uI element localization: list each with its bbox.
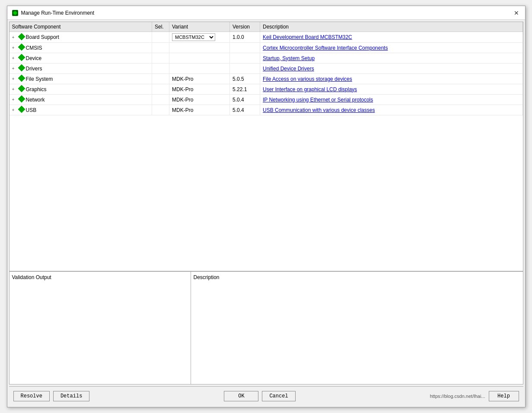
description-link[interactable]: USB Communication with various device cl… — [263, 107, 375, 113]
table-row: +CMSISCortex Microcontroller Software In… — [10, 43, 523, 53]
component-icon — [18, 65, 25, 72]
table-header-row: Software Component Sel. Variant Version … — [10, 22, 523, 32]
col-header-variant: Variant — [169, 22, 230, 32]
footer-url: https://blog.csdn.net/lhai... — [430, 394, 485, 399]
details-button[interactable]: Details — [53, 391, 89, 401]
col-header-description: Description — [260, 22, 523, 32]
help-button[interactable]: Help — [489, 391, 519, 401]
validation-label: Validation Output — [12, 274, 188, 280]
component-table: Software Component Sel. Variant Version … — [10, 22, 523, 115]
upper-panel: Software Component Sel. Variant Version … — [10, 22, 523, 272]
version-cell: 5.0.4 — [230, 105, 260, 115]
component-icon — [18, 34, 25, 41]
sel-cell — [152, 43, 169, 53]
description-cell[interactable]: Startup, System Setup — [260, 53, 523, 64]
description-cell[interactable]: File Access on various storage devices — [260, 74, 523, 84]
sel-cell — [152, 32, 169, 43]
description-cell[interactable]: Cortex Microcontroller Software Interfac… — [260, 43, 523, 53]
sel-cell — [152, 105, 169, 115]
expand-icon[interactable]: + — [12, 97, 17, 102]
variant-dropdown[interactable]: MCBSTM32C — [172, 33, 215, 41]
description-link[interactable]: User Interface on graphical LCD displays — [263, 86, 357, 92]
app-icon — [12, 10, 19, 16]
description-cell[interactable]: Unified Device Drivers — [260, 64, 523, 74]
description-link[interactable]: File Access on various storage devices — [263, 76, 352, 82]
component-name: Network — [26, 97, 45, 103]
description-link[interactable]: Startup, System Setup — [263, 55, 315, 61]
component-name: USB — [26, 107, 37, 113]
resolve-button[interactable]: Resolve — [13, 391, 50, 401]
version-cell — [230, 43, 260, 53]
sel-cell — [152, 74, 169, 84]
variant-cell: MCBSTM32C — [169, 32, 230, 43]
sel-cell — [152, 53, 169, 64]
description-link[interactable]: Keil Development Board MCBSTM32C — [263, 34, 352, 40]
variant-cell: MDK-Pro — [169, 84, 230, 95]
lower-panel: Validation Output Description — [10, 272, 523, 384]
component-icon — [18, 106, 25, 114]
component-name: Graphics — [26, 86, 47, 92]
version-cell: 5.22.1 — [230, 84, 260, 95]
title-bar: Manage Run-Time Environment ✕ — [7, 6, 525, 20]
description-link[interactable]: Unified Device Drivers — [263, 66, 314, 72]
component-icon — [18, 96, 25, 103]
description-panel: Description — [191, 272, 523, 384]
description-cell[interactable]: Keil Development Board MCBSTM32C — [260, 32, 523, 43]
footer-right: https://blog.csdn.net/lhai... Help — [430, 391, 519, 401]
description-link[interactable]: Cortex Microcontroller Software Interfac… — [263, 45, 388, 51]
version-cell: 5.0.5 — [230, 74, 260, 84]
description-link[interactable]: IP Networking using Ethernet or Serial p… — [263, 97, 373, 103]
expand-icon[interactable]: + — [12, 87, 17, 92]
description-cell[interactable]: USB Communication with various device cl… — [260, 105, 523, 115]
table-row: +NetworkMDK-Pro5.0.4IP Networking using … — [10, 95, 523, 105]
version-cell — [230, 64, 260, 74]
expand-icon[interactable]: + — [12, 56, 17, 60]
expand-icon[interactable]: + — [12, 76, 17, 81]
table-row: +DeviceStartup, System Setup — [10, 53, 523, 64]
sel-cell — [152, 95, 169, 105]
component-name: Device — [26, 55, 42, 61]
description-cell[interactable]: IP Networking using Ethernet or Serial p… — [260, 95, 523, 105]
table-row: +Board SupportMCBSTM32C1.0.0Keil Develop… — [10, 32, 523, 43]
col-header-component: Software Component — [10, 22, 152, 32]
description-cell[interactable]: User Interface on graphical LCD displays — [260, 84, 523, 95]
expand-icon[interactable]: + — [12, 108, 17, 112]
close-button[interactable]: ✕ — [512, 9, 521, 17]
variant-cell: MDK-Pro — [169, 95, 230, 105]
component-name: Drivers — [26, 66, 42, 72]
table-row: +GraphicsMDK-Pro5.22.1User Interface on … — [10, 84, 523, 95]
ok-button[interactable]: OK — [224, 391, 258, 401]
description-label: Description — [194, 274, 520, 280]
variant-cell — [169, 43, 230, 53]
component-icon — [18, 75, 25, 83]
footer: Resolve Details OK Cancel https://blog.c… — [9, 386, 523, 405]
footer-left: Resolve Details — [13, 391, 90, 401]
sel-cell — [152, 64, 169, 74]
main-content: Software Component Sel. Variant Version … — [9, 22, 523, 384]
col-header-version: Version — [230, 22, 260, 32]
table-row: +USBMDK-Pro5.0.4USB Communication with v… — [10, 105, 523, 115]
table-row: +File SystemMDK-Pro5.0.5File Access on v… — [10, 74, 523, 84]
cancel-button[interactable]: Cancel — [262, 391, 295, 401]
expand-icon[interactable]: + — [12, 35, 17, 40]
component-icon — [18, 44, 25, 51]
component-name: Board Support — [26, 34, 59, 40]
version-cell — [230, 53, 260, 64]
variant-cell — [169, 64, 230, 74]
table-row: +DriversUnified Device Drivers — [10, 64, 523, 74]
col-header-sel: Sel. — [152, 22, 169, 32]
version-cell: 5.0.4 — [230, 95, 260, 105]
expand-icon[interactable]: + — [12, 66, 17, 71]
component-icon — [18, 54, 25, 62]
footer-center: OK Cancel — [224, 391, 295, 401]
version-cell: 1.0.0 — [230, 32, 260, 43]
window-title: Manage Run-Time Environment — [21, 10, 95, 16]
component-name: File System — [26, 76, 53, 82]
variant-cell — [169, 53, 230, 64]
variant-cell: MDK-Pro — [169, 74, 230, 84]
expand-icon[interactable]: + — [12, 45, 17, 50]
component-icon — [18, 86, 25, 93]
variant-cell: MDK-Pro — [169, 105, 230, 115]
sel-cell — [152, 84, 169, 95]
main-window: Manage Run-Time Environment ✕ Software C… — [7, 6, 526, 407]
